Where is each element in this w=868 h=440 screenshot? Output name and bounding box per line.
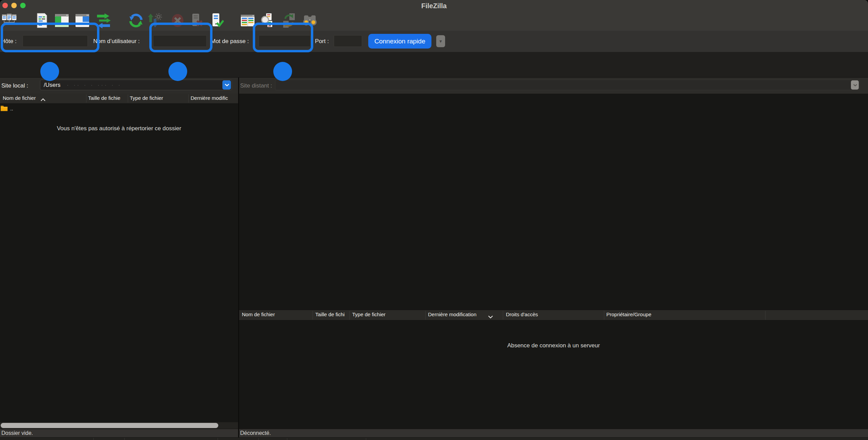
column-divider[interactable] <box>349 311 350 320</box>
local-col-size[interactable]: Taille de fichie <box>88 95 120 101</box>
host-input[interactable] <box>23 35 88 47</box>
remote-path-dropdown-button-disabled <box>851 80 859 90</box>
chevron-down-icon <box>853 84 857 86</box>
toolbar <box>0 11 868 31</box>
list-item-parent-directory[interactable]: .. <box>0 105 238 113</box>
host-label: Hôte : <box>1 35 16 48</box>
toggle-transfer-queue-icon[interactable] <box>96 13 111 28</box>
remote-col-size[interactable]: Taille de fichi <box>315 311 345 317</box>
remote-list-message: Absence de connexion à un serveur <box>239 342 868 349</box>
username-label: Nom d’utilisateur : <box>93 35 140 48</box>
remote-status-text: Déconnecté. <box>240 429 271 437</box>
local-horizontal-scrollbar[interactable] <box>0 422 238 429</box>
process-queue-icon[interactable] <box>146 13 162 28</box>
refresh-icon[interactable] <box>128 13 144 28</box>
remote-list-header: Nom de fichier Taille de fichi Type de f… <box>239 310 868 321</box>
column-divider[interactable] <box>86 94 86 103</box>
remote-tree-area <box>239 94 868 310</box>
toggle-local-tree-icon[interactable] <box>54 13 70 28</box>
remote-col-owner[interactable]: Propriétaire/Groupe <box>606 311 651 317</box>
remote-file-list[interactable]: Absence de connexion à un serveur <box>239 320 868 429</box>
local-list-header: Nom de fichier Taille de fichie Type de … <box>0 94 238 104</box>
local-path-value: /Users <box>44 82 60 89</box>
local-path-dropdown-button[interactable] <box>222 80 231 90</box>
toggle-remote-tree-icon[interactable] <box>74 13 90 28</box>
cancel-icon[interactable] <box>170 13 185 28</box>
column-divider[interactable] <box>503 311 503 320</box>
local-file-list[interactable]: .. Vous n'êtes pas autorisé à répertorie… <box>0 103 238 422</box>
synchronized-browsing-icon[interactable] <box>281 13 297 28</box>
local-path-redacted-blur: · ·· · · ··· · · <box>67 82 122 88</box>
local-col-type[interactable]: Type de fichier <box>130 95 163 101</box>
filezilla-window: FileZilla <box>0 0 868 440</box>
site-row: Site local : /Users · ·· · · ··· · · Sit… <box>0 78 868 94</box>
column-divider[interactable] <box>425 311 426 320</box>
file-name: .. <box>10 106 13 111</box>
quickconnect-button[interactable]: Connexion rapide <box>368 34 431 49</box>
file-search-icon[interactable] <box>259 13 275 28</box>
directory-comparison-icon[interactable] <box>240 13 256 28</box>
folder-icon <box>1 105 8 111</box>
remote-col-name[interactable]: Nom de fichier <box>242 311 275 317</box>
local-col-modified[interactable]: Dernière modific <box>191 95 228 101</box>
filter-icon[interactable] <box>302 13 318 28</box>
port-input[interactable] <box>334 35 362 47</box>
remote-site-label: Site distant : <box>240 82 272 89</box>
local-path-combobox[interactable]: /Users · ·· · · ··· · · <box>40 80 232 90</box>
remote-col-type[interactable]: Type de fichier <box>352 311 386 317</box>
transfer-queue-header-strip <box>0 437 868 440</box>
sort-asc-icon <box>40 97 46 103</box>
sort-desc-icon <box>488 314 493 320</box>
local-list-message: Vous n'êtes pas autorisé à répertorier c… <box>0 125 238 132</box>
password-label: Mot de passe : <box>211 35 249 48</box>
window-title: FileZilla <box>0 2 868 10</box>
column-divider[interactable] <box>313 311 313 320</box>
remote-path-combobox <box>275 80 860 90</box>
column-divider[interactable] <box>128 94 128 103</box>
local-status-bar: Dossier vide. <box>0 429 238 438</box>
message-log-area <box>0 52 868 78</box>
disconnect-icon[interactable] <box>188 13 204 28</box>
reconnect-icon[interactable] <box>208 13 224 28</box>
site-manager-icon[interactable] <box>1 13 17 28</box>
toggle-message-log-icon[interactable] <box>34 13 50 28</box>
quickconnect-bar: Hôte : Nom d’utilisateur : Mot de passe … <box>0 31 868 52</box>
quickconnect-history-dropdown[interactable]: ▼ <box>436 35 445 47</box>
port-label: Port : <box>315 35 329 48</box>
scrollbar-thumb[interactable] <box>1 423 218 428</box>
local-col-name[interactable]: Nom de fichier <box>3 95 36 101</box>
remote-col-modified[interactable]: Dernière modification <box>428 311 477 317</box>
remote-col-permissions[interactable]: Droits d'accès <box>506 311 538 317</box>
title-bar: FileZilla <box>0 0 868 11</box>
column-divider[interactable] <box>188 94 189 103</box>
local-status-text: Dossier vide. <box>1 429 33 437</box>
column-divider[interactable] <box>765 311 766 320</box>
column-divider[interactable] <box>604 311 604 320</box>
remote-status-bar: Déconnecté. <box>239 429 868 438</box>
username-input[interactable] <box>153 35 207 47</box>
local-site-label: Site local : <box>1 82 28 89</box>
chevron-down-icon <box>224 83 230 86</box>
password-input[interactable] <box>259 35 311 47</box>
